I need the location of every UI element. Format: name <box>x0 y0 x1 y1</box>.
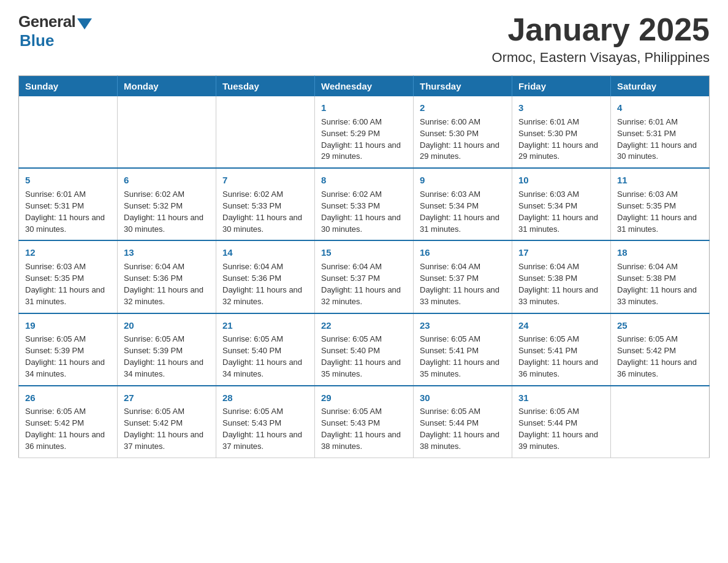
day-number: 25 <box>617 319 703 332</box>
calendar-cell: 5Sunrise: 6:01 AMSunset: 5:31 PMDaylight… <box>19 168 118 240</box>
day-info: Sunset: 5:35 PM <box>617 201 703 212</box>
day-info: Daylight: 11 hours and 33 minutes. <box>518 285 604 308</box>
calendar-cell <box>216 96 315 168</box>
day-info: Daylight: 11 hours and 31 minutes. <box>617 212 703 236</box>
day-info: Sunrise: 6:05 AM <box>420 334 506 345</box>
day-info: Daylight: 11 hours and 31 minutes. <box>420 212 506 236</box>
calendar-cell: 21Sunrise: 6:05 AMSunset: 5:40 PMDayligh… <box>216 313 315 386</box>
calendar-cell: 1Sunrise: 6:00 AMSunset: 5:29 PMDaylight… <box>315 96 414 168</box>
day-info: Sunrise: 6:04 AM <box>420 261 506 273</box>
day-info: Sunrise: 6:05 AM <box>124 406 210 418</box>
calendar-location: Ormoc, Eastern Visayas, Philippines <box>492 50 710 66</box>
day-number: 23 <box>420 319 506 332</box>
day-info: Sunset: 5:42 PM <box>124 418 210 429</box>
day-info: Sunset: 5:34 PM <box>518 201 604 212</box>
day-info: Sunrise: 6:02 AM <box>222 189 308 201</box>
calendar-cell: 22Sunrise: 6:05 AMSunset: 5:40 PMDayligh… <box>315 313 414 386</box>
day-info: Sunrise: 6:05 AM <box>222 406 308 418</box>
weekday-header-thursday: Thursday <box>414 76 512 97</box>
calendar-cell: 13Sunrise: 6:04 AMSunset: 5:36 PMDayligh… <box>118 240 216 313</box>
day-info: Sunset: 5:36 PM <box>124 273 210 285</box>
day-info: Sunset: 5:36 PM <box>222 273 308 285</box>
day-info: Daylight: 11 hours and 32 minutes. <box>222 285 308 308</box>
calendar-cell: 10Sunrise: 6:03 AMSunset: 5:34 PMDayligh… <box>512 168 611 240</box>
day-info: Daylight: 11 hours and 31 minutes. <box>25 285 111 308</box>
day-info: Sunset: 5:42 PM <box>25 418 111 429</box>
weekday-header-saturday: Saturday <box>611 76 710 97</box>
calendar-cell: 31Sunrise: 6:05 AMSunset: 5:44 PMDayligh… <box>512 386 611 458</box>
calendar-week-2: 5Sunrise: 6:01 AMSunset: 5:31 PMDaylight… <box>19 168 710 240</box>
logo-arrow-icon <box>77 18 92 29</box>
day-info: Daylight: 11 hours and 35 minutes. <box>420 357 506 380</box>
day-number: 26 <box>25 391 111 405</box>
day-number: 6 <box>124 174 210 187</box>
weekday-header-monday: Monday <box>118 76 216 97</box>
calendar-cell: 12Sunrise: 6:03 AMSunset: 5:35 PMDayligh… <box>19 240 118 313</box>
weekday-header-row: SundayMondayTuesdayWednesdayThursdayFrid… <box>19 76 710 97</box>
day-info: Sunrise: 6:05 AM <box>25 406 111 418</box>
day-number: 28 <box>222 391 308 405</box>
day-number: 7 <box>222 174 308 187</box>
day-number: 29 <box>321 391 407 405</box>
calendar-cell: 24Sunrise: 6:05 AMSunset: 5:41 PMDayligh… <box>512 313 611 386</box>
day-info: Sunset: 5:38 PM <box>518 273 604 285</box>
calendar-cell: 23Sunrise: 6:05 AMSunset: 5:41 PMDayligh… <box>414 313 512 386</box>
day-info: Daylight: 11 hours and 30 minutes. <box>617 140 703 163</box>
day-info: Sunrise: 6:05 AM <box>321 334 407 345</box>
calendar-cell: 9Sunrise: 6:03 AMSunset: 5:34 PMDaylight… <box>414 168 512 240</box>
calendar-header: SundayMondayTuesdayWednesdayThursdayFrid… <box>19 76 710 97</box>
day-info: Sunrise: 6:05 AM <box>518 406 604 418</box>
day-info: Sunrise: 6:05 AM <box>420 406 506 418</box>
day-info: Daylight: 11 hours and 31 minutes. <box>518 212 604 236</box>
logo: General Blue <box>18 12 92 50</box>
day-info: Sunrise: 6:03 AM <box>617 189 703 201</box>
day-info: Sunrise: 6:05 AM <box>222 334 308 345</box>
day-info: Daylight: 11 hours and 29 minutes. <box>321 140 407 163</box>
calendar-cell: 16Sunrise: 6:04 AMSunset: 5:37 PMDayligh… <box>414 240 512 313</box>
day-info: Sunset: 5:32 PM <box>124 201 210 212</box>
day-info: Sunset: 5:40 PM <box>321 345 407 357</box>
day-info: Daylight: 11 hours and 38 minutes. <box>420 429 506 453</box>
day-info: Sunset: 5:31 PM <box>25 201 111 212</box>
day-info: Sunrise: 6:00 AM <box>321 117 407 128</box>
calendar-cell: 6Sunrise: 6:02 AMSunset: 5:32 PMDaylight… <box>118 168 216 240</box>
day-info: Sunset: 5:39 PM <box>124 345 210 357</box>
day-info: Sunrise: 6:05 AM <box>617 334 703 345</box>
day-info: Sunset: 5:44 PM <box>518 418 604 429</box>
day-number: 19 <box>25 319 111 332</box>
day-info: Sunset: 5:39 PM <box>25 345 111 357</box>
day-info: Daylight: 11 hours and 37 minutes. <box>124 429 210 453</box>
day-info: Daylight: 11 hours and 36 minutes. <box>518 357 604 380</box>
day-info: Sunrise: 6:01 AM <box>617 117 703 128</box>
calendar-week-4: 19Sunrise: 6:05 AMSunset: 5:39 PMDayligh… <box>19 313 710 386</box>
calendar-cell: 15Sunrise: 6:04 AMSunset: 5:37 PMDayligh… <box>315 240 414 313</box>
calendar-cell: 30Sunrise: 6:05 AMSunset: 5:44 PMDayligh… <box>414 386 512 458</box>
day-number: 8 <box>321 174 407 187</box>
calendar-title: January 2025 <box>492 12 710 47</box>
day-info: Sunset: 5:40 PM <box>222 345 308 357</box>
day-info: Daylight: 11 hours and 37 minutes. <box>222 429 308 453</box>
day-number: 12 <box>25 246 111 259</box>
day-info: Daylight: 11 hours and 30 minutes. <box>321 212 407 236</box>
day-info: Sunrise: 6:02 AM <box>321 189 407 201</box>
day-number: 2 <box>420 101 506 115</box>
calendar-cell: 17Sunrise: 6:04 AMSunset: 5:38 PMDayligh… <box>512 240 611 313</box>
logo-general-text: General <box>18 12 75 31</box>
day-number: 31 <box>518 391 604 405</box>
day-info: Sunset: 5:31 PM <box>617 128 703 140</box>
day-info: Sunrise: 6:04 AM <box>617 261 703 273</box>
calendar-cell <box>19 96 118 168</box>
day-info: Sunset: 5:29 PM <box>321 128 407 140</box>
weekday-header-friday: Friday <box>512 76 611 97</box>
day-number: 21 <box>222 319 308 332</box>
day-info: Daylight: 11 hours and 39 minutes. <box>518 429 604 453</box>
page-header: General Blue January 2025 Ormoc, Eastern… <box>18 12 710 66</box>
calendar-cell: 27Sunrise: 6:05 AMSunset: 5:42 PMDayligh… <box>118 386 216 458</box>
day-info: Daylight: 11 hours and 29 minutes. <box>420 140 506 163</box>
day-info: Sunrise: 6:04 AM <box>124 261 210 273</box>
day-number: 27 <box>124 391 210 405</box>
calendar-cell: 25Sunrise: 6:05 AMSunset: 5:42 PMDayligh… <box>611 313 710 386</box>
day-info: Sunset: 5:33 PM <box>321 201 407 212</box>
day-info: Sunset: 5:35 PM <box>25 273 111 285</box>
day-number: 17 <box>518 246 604 259</box>
